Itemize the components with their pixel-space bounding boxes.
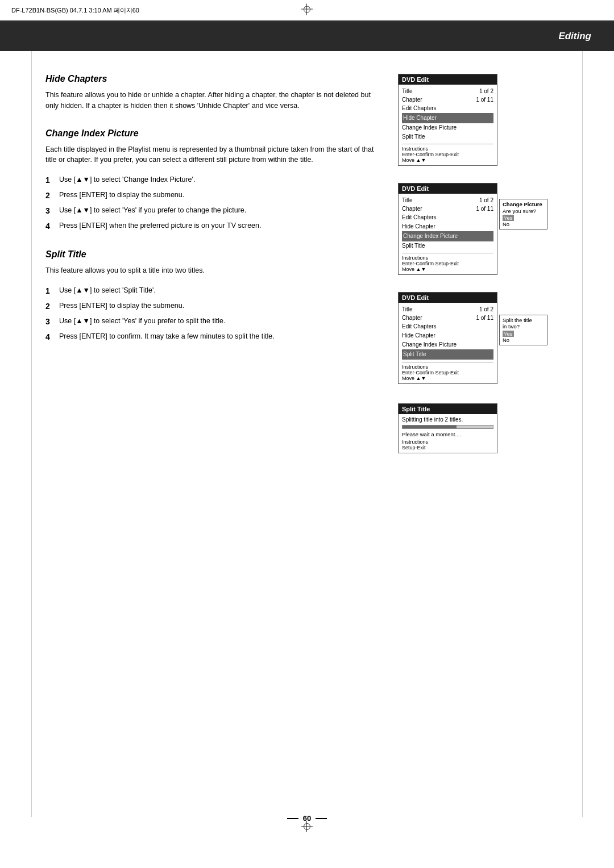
- right-margin-line: [582, 51, 583, 817]
- step-item: 2 Press [ENTER] to display the submenu.: [45, 301, 375, 312]
- split-title-setup-exit: Setup-Exit: [402, 445, 493, 450]
- hide-chapters-title: Hide Chapters: [45, 74, 375, 84]
- split-title-section: Split Title This feature allows you to s…: [45, 249, 375, 343]
- page-dash-left: [287, 818, 298, 819]
- step-item: 3 Use [▲▼] to select 'Yes' if you prefer…: [45, 316, 375, 328]
- dvd-edit-body-1: Title1 of 2 Chapter1 of 11 Edit Chapters…: [399, 85, 497, 165]
- split-popup-line2: in two?: [503, 323, 544, 329]
- menu-item-change-index-picture: Change Index Picture: [402, 123, 493, 132]
- dvd-edit-header-1: DVD Edit: [399, 74, 497, 85]
- change-index-picture-body: Each title displayed in the Playlist men…: [45, 144, 375, 166]
- menu-item-hide-chapter: Hide Chapter: [402, 113, 493, 123]
- dvd-edit-header-2: DVD Edit: [399, 183, 497, 194]
- split-title-steps: 1 Use [▲▼] to select 'Split Title'. 2 Pr…: [45, 285, 375, 343]
- dvd-edit-box-3: DVD Edit Title1 of 2 Chapter1 of 11 Edit…: [398, 292, 497, 384]
- split-title-body: This feature allows you to split a title…: [45, 265, 375, 276]
- progress-bar: [402, 425, 493, 429]
- split-title-wait-body: Splitting title into 2 titles. Please wa…: [399, 414, 497, 453]
- split-title-popup: Split the title in two? Yes No: [499, 315, 547, 345]
- dvd-edit-body-2: Title1 of 2 Chapter1 of 11 Edit Chapters…: [399, 194, 497, 274]
- top-bar: DF-L72B1N-BS(GB) 04.7.1 3:10 AM 페이지60: [0, 0, 614, 22]
- page-dash-right: [316, 818, 327, 819]
- title-row: Title1 of 2: [402, 87, 493, 95]
- change-picture-popup: Change Picture Are you sure? Yes No: [499, 199, 547, 229]
- step-item: 4 Press [ENTER] to confirm. It may take …: [45, 331, 375, 343]
- menu-item2-edit-chapters: Edit Chapters: [402, 213, 493, 222]
- top-crosshair-icon: [301, 4, 313, 15]
- dvd-edit-box-2-container: DVD Edit Title1 of 2 Chapter1 of 11 Edit…: [398, 183, 497, 275]
- step-item: 2 Press [ENTER] to display the submenu.: [45, 190, 375, 202]
- popup-title: Change Picture: [503, 201, 544, 207]
- chapter-row-3: Chapter1 of 11: [402, 314, 493, 322]
- menu-item3-edit-chapters: Edit Chapters: [402, 322, 493, 331]
- hide-chapters-body: This feature allows you to hide or unhid…: [45, 90, 375, 111]
- split-title-wait-header: Split Title: [399, 404, 497, 414]
- popup-are-you-sure: Are you sure?: [503, 208, 544, 214]
- popup-no: No: [503, 221, 544, 227]
- menu-item3-hide-chapter: Hide Chapter: [402, 331, 493, 340]
- title-row-2: Title1 of 2: [402, 196, 493, 205]
- change-index-picture-steps: 1 Use [▲▼] to select 'Change Index Pictu…: [45, 174, 375, 232]
- crosshair-circle: [304, 823, 310, 830]
- change-index-picture-title: Change Index Picture: [45, 128, 375, 139]
- chapter-row: Chapter1 of 11: [402, 95, 493, 104]
- split-title-wait-box: Split Title Splitting title into 2 title…: [398, 403, 497, 453]
- menu-item3-split-title: Split Title: [402, 349, 493, 360]
- top-bar-text: DF-L72B1N-BS(GB) 04.7.1 3:10 AM 페이지60: [11, 6, 139, 15]
- dvd-edit-body-3: Title1 of 2 Chapter1 of 11 Edit Chapters…: [399, 303, 497, 383]
- split-title-title: Split Title: [45, 249, 375, 260]
- menu-item2-hide-chapter: Hide Chapter: [402, 222, 493, 231]
- text-column: Hide Chapters This feature allows you to…: [45, 74, 375, 453]
- split-popup-line1: Split the title: [503, 317, 544, 323]
- change-index-picture-section: Change Index Picture Each title displaye…: [45, 128, 375, 233]
- instructions-2: Instructions Enter-Confirm Setup-Exit Mo…: [402, 253, 493, 272]
- chapter-row-2: Chapter1 of 11: [402, 205, 493, 213]
- menu-item-edit-chapters: Edit Chapters: [402, 104, 493, 113]
- dvd-edit-box-3-container: DVD Edit Title1 of 2 Chapter1 of 11 Edit…: [398, 292, 497, 384]
- dvd-edit-box-2: DVD Edit Title1 of 2 Chapter1 of 11 Edit…: [398, 183, 497, 275]
- split-title-instructions: Instructions: [402, 439, 493, 445]
- split-popup-no: No: [503, 337, 544, 343]
- step-item: 4 Press [ENTER] when the preferred pictu…: [45, 220, 375, 232]
- page-title: Editing: [558, 31, 591, 42]
- bottom-crosshair-icon: [301, 821, 313, 832]
- hide-chapters-section: Hide Chapters This feature allows you to…: [45, 74, 375, 111]
- header-band: Editing: [0, 22, 614, 51]
- step-item: 1 Use [▲▼] to select 'Split Title'.: [45, 285, 375, 297]
- step-item: 3 Use [▲▼] to select 'Yes' if you prefer…: [45, 205, 375, 217]
- title-row-3: Title1 of 2: [402, 305, 493, 314]
- menu-item-split-title: Split Title: [402, 132, 493, 141]
- menu-item2-split-title: Split Title: [402, 241, 493, 251]
- menu-item3-change-index-picture: Change Index Picture: [402, 340, 493, 349]
- ui-column: DVD Edit Title1 of 2 Chapter1 of 11 Edit…: [398, 74, 512, 453]
- bottom-crosshair-container: [301, 821, 313, 834]
- left-margin-line: [31, 51, 32, 817]
- please-wait-text: Please wait a moment....: [402, 431, 493, 437]
- main-content: Hide Chapters This feature allows you to…: [0, 51, 614, 476]
- instructions-3: Instructions Enter-Confirm Setup-Exit Mo…: [402, 362, 493, 381]
- popup-yes: Yes: [503, 215, 514, 221]
- dvd-edit-header-3: DVD Edit: [399, 293, 497, 303]
- splitting-text: Splitting title into 2 titles.: [402, 416, 493, 423]
- dvd-edit-box-1: DVD Edit Title1 of 2 Chapter1 of 11 Edit…: [398, 74, 497, 166]
- step-item: 1 Use [▲▼] to select 'Change Index Pictu…: [45, 174, 375, 186]
- instructions-1: Instructions Enter-Confirm Setup-Exit Mo…: [402, 144, 493, 163]
- menu-item2-change-index-picture: Change Index Picture: [402, 231, 493, 241]
- split-popup-yes: Yes: [503, 331, 514, 337]
- progress-bar-fill: [403, 425, 457, 428]
